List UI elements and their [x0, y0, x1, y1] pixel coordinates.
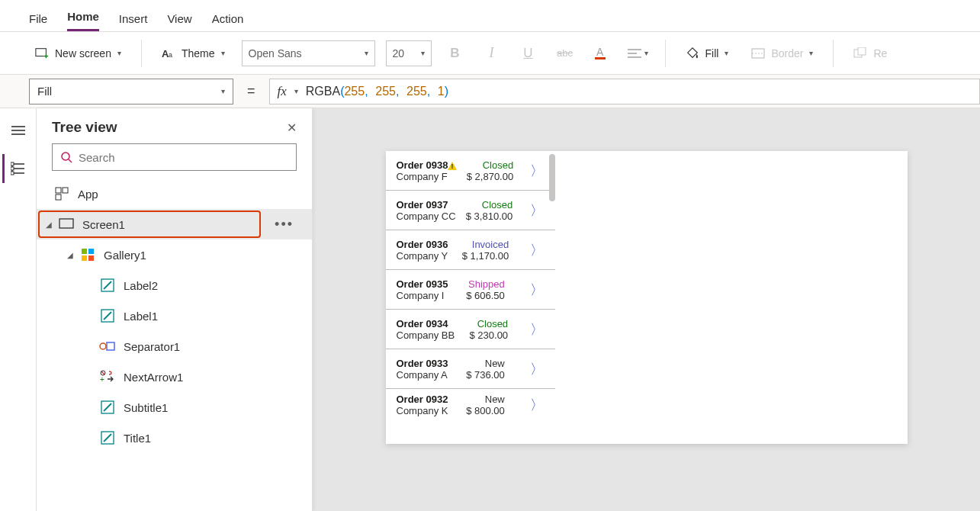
tree-node-separator1[interactable]: Separator1 [37, 331, 312, 362]
next-arrow-icon[interactable]: 〉 [527, 396, 547, 414]
svg-rect-20 [11, 172, 14, 175]
svg-rect-23 [56, 188, 61, 193]
tree-search-box[interactable] [52, 143, 297, 171]
label-icon [99, 307, 116, 324]
order-number: Order 0934 [397, 318, 455, 329]
font-name-select[interactable]: Open Sans ▾ [242, 40, 375, 66]
fx-icon: fx [278, 84, 287, 99]
svg-line-43 [104, 434, 111, 442]
svg-rect-26 [59, 219, 73, 228]
order-status: Shipped [468, 278, 505, 290]
font-size-value: 20 [393, 47, 405, 59]
new-screen-button[interactable]: New screen ▾ [29, 40, 127, 66]
app-preview: Order 0938Company FClosed$ 2,870.00〉Orde… [386, 151, 908, 444]
underline-button[interactable]: U [516, 40, 541, 66]
tree-node-label: Label1 [124, 310, 158, 323]
canvas[interactable]: Order 0938Company FClosed$ 2,870.00〉Orde… [313, 108, 980, 511]
tree-view-rail-button[interactable] [2, 154, 31, 183]
company-name: Company F [397, 171, 458, 182]
company-name: Company A [397, 369, 448, 381]
tree-node-label1[interactable]: Label1 [37, 300, 312, 331]
font-size-select[interactable]: 20 ▾ [386, 40, 432, 66]
tree-node-gallery1[interactable]: ◢ Gallery1 [37, 239, 312, 270]
next-arrow-icon[interactable]: 〉 [527, 320, 547, 339]
caret-down-icon[interactable]: ◢ [46, 220, 53, 229]
tree-node-label: Label2 [124, 279, 158, 292]
close-panel-button[interactable]: ✕ [287, 121, 297, 135]
gallery-item[interactable]: Order 0938Company FClosed$ 2,870.00〉 [386, 151, 555, 191]
scrollbar-thumb[interactable] [549, 154, 555, 201]
order-amount: $ 736.00 [466, 369, 505, 381]
font-color-button[interactable]: A [589, 40, 615, 66]
separator-icon [99, 338, 116, 355]
gallery-item[interactable]: Order 0933Company ANew$ 736.00〉 [386, 349, 555, 389]
theme-button[interactable]: Aa Theme ▾ [156, 40, 231, 66]
italic-button[interactable]: I [479, 40, 505, 66]
chevron-down-icon: ▾ [221, 87, 225, 95]
next-arrow-icon[interactable]: 〉 [527, 281, 547, 299]
fill-label: Fill [705, 47, 719, 59]
gallery-item[interactable]: Order 0937Company CCClosed$ 3,810.00〉 [386, 191, 555, 230]
chevron-down-icon: ▾ [221, 49, 225, 57]
ribbon-separator [833, 40, 834, 67]
reorder-button[interactable]: Re [847, 40, 893, 66]
next-arrow-icon[interactable]: 〉 [527, 241, 547, 259]
next-arrow-icon[interactable]: 〉 [527, 360, 547, 378]
order-status: New [485, 358, 505, 369]
ribbon-separator [665, 40, 666, 67]
tree-node-app[interactable]: App [37, 178, 312, 209]
gallery-item[interactable]: Order 0932Company KNew$ 800.00〉 [386, 389, 555, 421]
svg-rect-18 [11, 162, 14, 166]
order-amount: $ 800.00 [466, 405, 505, 416]
order-amount: $ 606.50 [466, 290, 505, 301]
menu-file[interactable]: File [29, 12, 47, 31]
node-actions-button[interactable]: ••• [256, 217, 312, 233]
property-selector[interactable]: Fill ▾ [29, 79, 233, 104]
svg-rect-24 [63, 188, 68, 193]
order-status: Closed [477, 318, 508, 329]
tree-node-label: NextArrow1 [124, 371, 183, 384]
menu-insert[interactable]: Insert [119, 12, 148, 31]
fill-button[interactable]: Fill ▾ [680, 40, 735, 66]
formula-editor[interactable]: fx ▾ RGBA(255, 255, 255, 1) [269, 79, 980, 104]
formula-text: RGBA(255, 255, 255, 1) [306, 84, 448, 98]
tree-node-subtitle1[interactable]: Subtitle1 [37, 392, 312, 423]
caret-down-icon[interactable]: ◢ [67, 251, 75, 259]
tree-node-label: Title1 [124, 432, 151, 445]
screen-icon [58, 216, 75, 233]
tree-node-label2[interactable]: Label2 [37, 270, 312, 300]
strikethrough-button[interactable]: abc [552, 40, 578, 66]
tree-list: App ◢ Screen1 ••• ◢ Gallery1 [37, 178, 312, 511]
hamburger-button[interactable] [4, 116, 33, 145]
tree-node-title1[interactable]: Title1 [37, 423, 312, 453]
gallery-item[interactable]: Order 0934Company BBClosed$ 230.00〉 [386, 310, 555, 349]
next-arrow-icon[interactable]: 〉 [527, 201, 547, 220]
align-button[interactable]: ▾ [625, 40, 651, 66]
menu-home[interactable]: Home [67, 10, 99, 31]
gallery-item[interactable]: Order 0935Company IShipped$ 606.50〉 [386, 270, 555, 310]
menu-view[interactable]: View [167, 12, 191, 31]
theme-label: Theme [182, 47, 215, 59]
menu-action[interactable]: Action [212, 12, 244, 31]
font-name-value: Open Sans [249, 47, 302, 59]
svg-text:A: A [596, 46, 604, 58]
menubar: File Home Insert View Action [0, 0, 980, 32]
tree-node-label: App [78, 188, 98, 201]
tree-node-screen1[interactable]: ◢ Screen1 ••• [37, 209, 312, 239]
order-number: Order 0938 [397, 159, 458, 171]
order-number: Order 0937 [397, 199, 456, 211]
ribbon: New screen ▾ Aa Theme ▾ Open Sans ▾ 20 ▾… [0, 32, 980, 75]
gallery-item[interactable]: Order 0936Company YInvoiced$ 1,170.00〉 [386, 230, 555, 270]
chevron-down-icon: ▾ [644, 49, 648, 57]
order-status: Closed [483, 159, 513, 171]
next-arrow-icon[interactable]: 〉 [527, 162, 547, 180]
tree-node-nextarrow1[interactable]: + NextArrow1 [37, 362, 312, 392]
tree-search-input[interactable] [79, 151, 288, 164]
property-selector-value: Fill [37, 85, 52, 98]
svg-line-32 [104, 281, 111, 289]
order-number: Order 0936 [397, 239, 448, 250]
svg-line-38 [101, 371, 104, 374]
border-button[interactable]: Border ▾ [745, 40, 819, 66]
bold-button[interactable]: B [442, 40, 468, 66]
order-amount: $ 230.00 [469, 329, 508, 341]
